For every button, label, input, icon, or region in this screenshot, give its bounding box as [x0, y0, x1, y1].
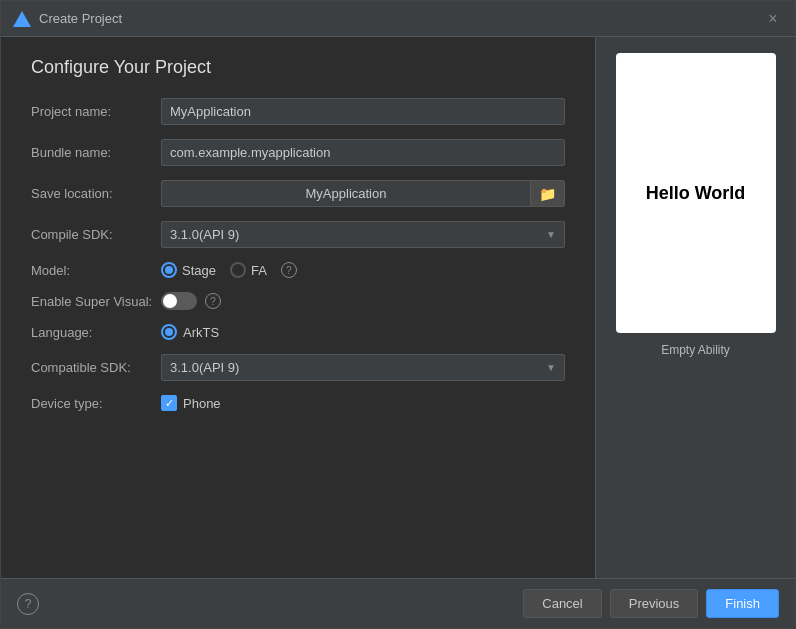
- right-panel: Hello World Empty Ability: [595, 37, 795, 578]
- save-location-control: MyApplication 📁: [161, 180, 565, 207]
- bundle-name-label: Bundle name:: [31, 145, 161, 160]
- previous-button[interactable]: Previous: [610, 589, 699, 618]
- model-stage-option[interactable]: Stage: [161, 262, 216, 278]
- help-icon[interactable]: ?: [17, 593, 39, 615]
- device-type-phone-label: Phone: [183, 396, 221, 411]
- model-fa-label: FA: [251, 263, 267, 278]
- bundle-name-control: [161, 139, 565, 166]
- device-type-phone-checkbox[interactable]: ✓: [161, 395, 177, 411]
- project-name-control: [161, 98, 565, 125]
- model-stage-radio[interactable]: [161, 262, 177, 278]
- section-title: Configure Your Project: [31, 57, 565, 78]
- model-row: Model: Stage FA ?: [31, 262, 565, 278]
- preview-image: Hello World: [616, 53, 776, 333]
- preview-hello-world: Hello World: [646, 183, 746, 204]
- language-arkts-label: ArkTS: [183, 325, 219, 340]
- project-name-input[interactable]: [161, 98, 565, 125]
- compatible-sdk-arrow-icon: ▼: [538, 358, 564, 377]
- compatible-sdk-label: Compatible SDK:: [31, 360, 161, 375]
- device-type-label: Device type:: [31, 396, 161, 411]
- create-project-dialog: Create Project × Configure Your Project …: [0, 0, 796, 629]
- compatible-sdk-row: Compatible SDK: 3.1.0(API 9) ▼: [31, 354, 565, 381]
- model-stage-label: Stage: [182, 263, 216, 278]
- compatible-sdk-dropdown[interactable]: 3.1.0(API 9) ▼: [161, 354, 565, 381]
- super-visual-label: Enable Super Visual:: [31, 294, 161, 309]
- super-visual-help-icon[interactable]: ?: [205, 293, 221, 309]
- device-type-control: ✓ Phone: [161, 395, 565, 411]
- model-fa-radio[interactable]: [230, 262, 246, 278]
- save-location-value: MyApplication: [162, 181, 530, 206]
- preview-caption: Empty Ability: [661, 343, 730, 357]
- title-bar: Create Project ×: [1, 1, 795, 37]
- compatible-sdk-value: 3.1.0(API 9): [162, 355, 538, 380]
- app-logo-icon: [13, 10, 31, 28]
- dialog-title: Create Project: [39, 11, 763, 26]
- super-visual-row: Enable Super Visual: ?: [31, 292, 565, 310]
- compile-sdk-control: 3.1.0(API 9) ▼: [161, 221, 565, 248]
- save-location-row: Save location: MyApplication 📁: [31, 180, 565, 207]
- device-type-phone-option[interactable]: ✓ Phone: [161, 395, 565, 411]
- compile-sdk-dropdown[interactable]: 3.1.0(API 9) ▼: [161, 221, 565, 248]
- finish-button[interactable]: Finish: [706, 589, 779, 618]
- project-name-label: Project name:: [31, 104, 161, 119]
- model-radio-group: Stage FA ?: [161, 262, 565, 278]
- language-arkts-radio[interactable]: [161, 324, 177, 340]
- project-name-row: Project name:: [31, 98, 565, 125]
- language-row: Language: ArkTS: [31, 324, 565, 340]
- language-control: ArkTS: [161, 324, 565, 340]
- dialog-footer: ? Cancel Previous Finish: [1, 578, 795, 628]
- model-control: Stage FA ?: [161, 262, 565, 278]
- model-label: Model:: [31, 263, 161, 278]
- device-type-row: Device type: ✓ Phone: [31, 395, 565, 411]
- super-visual-control: ?: [161, 292, 565, 310]
- language-arkts-option[interactable]: ArkTS: [161, 324, 565, 340]
- compatible-sdk-control: 3.1.0(API 9) ▼: [161, 354, 565, 381]
- close-button[interactable]: ×: [763, 9, 783, 29]
- left-panel: Configure Your Project Project name: Bun…: [1, 37, 595, 578]
- compile-sdk-arrow-icon: ▼: [538, 225, 564, 244]
- model-fa-option[interactable]: FA: [230, 262, 267, 278]
- save-location-label: Save location:: [31, 186, 161, 201]
- bundle-name-input[interactable]: [161, 139, 565, 166]
- super-visual-toggle[interactable]: [161, 292, 197, 310]
- browse-button[interactable]: 📁: [530, 181, 564, 206]
- cancel-button[interactable]: Cancel: [523, 589, 601, 618]
- compile-sdk-value: 3.1.0(API 9): [162, 222, 538, 247]
- language-label: Language:: [31, 325, 161, 340]
- bundle-name-row: Bundle name:: [31, 139, 565, 166]
- toggle-knob: [163, 294, 177, 308]
- dialog-body: Configure Your Project Project name: Bun…: [1, 37, 795, 578]
- compile-sdk-label: Compile SDK:: [31, 227, 161, 242]
- compile-sdk-row: Compile SDK: 3.1.0(API 9) ▼: [31, 221, 565, 248]
- save-location-field: MyApplication 📁: [161, 180, 565, 207]
- model-help-icon[interactable]: ?: [281, 262, 297, 278]
